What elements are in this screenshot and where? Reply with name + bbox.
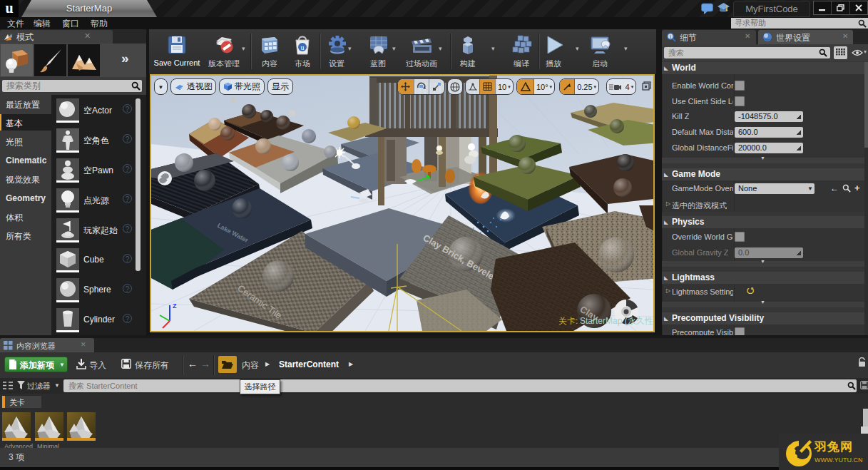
svg-text:u: u bbox=[301, 44, 305, 51]
svg-text:StarterMap (永久性): StarterMap (永久性) bbox=[580, 316, 653, 326]
svg-text:Z: Z bbox=[173, 302, 177, 310]
svg-text:关卡:: 关卡: bbox=[558, 316, 578, 326]
